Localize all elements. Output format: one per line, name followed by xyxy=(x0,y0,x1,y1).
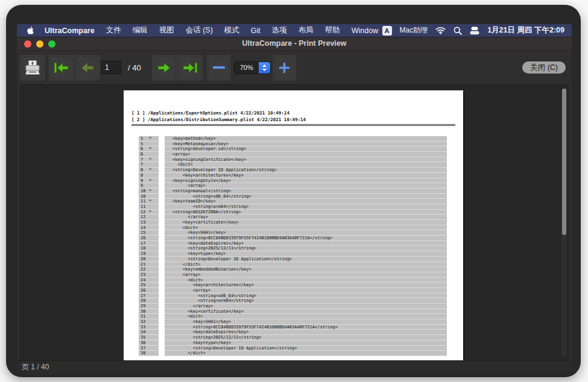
line-number: 22 xyxy=(139,267,159,272)
search-icon[interactable] xyxy=(454,27,462,35)
change-marker: * xyxy=(149,178,151,184)
print-button[interactable] xyxy=(20,55,45,80)
file-headers: [ 1 ] /Applications/ExportOptions.plist … xyxy=(131,110,306,123)
code-text: <string>Developer ID Application</string… xyxy=(165,257,447,262)
line-number: 12* xyxy=(139,210,159,215)
menu-item-7[interactable]: Git xyxy=(251,27,261,35)
diff-row: 5*<key>method</key> xyxy=(124,136,463,142)
file-header-line: [ 1 ] /Applications/ExportOptions.plist … xyxy=(131,110,306,116)
line-number: 10* xyxy=(139,189,159,194)
line-number: 17 xyxy=(139,241,159,246)
zoom-out-button[interactable] xyxy=(207,55,230,80)
menu-bar-clock[interactable]: 1月21日 周四 下午2:09 xyxy=(487,25,564,36)
line-number: 8 xyxy=(139,173,159,178)
diff-row: 6*<string>developer-id</string> xyxy=(124,146,463,152)
menu-item-4[interactable]: 视图 xyxy=(159,25,174,36)
diff-row: 8 <key>architectures</key> xyxy=(124,173,463,178)
code-text: <key>Metasequoia</key> xyxy=(165,142,447,147)
zoom-in-button[interactable] xyxy=(273,55,296,80)
diff-row: 7 <dict> xyxy=(124,162,463,168)
line-number: 34 xyxy=(139,330,159,335)
line-number: 24 xyxy=(139,278,159,283)
assistant-menu-item[interactable]: Mac助理 xyxy=(400,25,428,36)
change-marker: * xyxy=(149,136,151,142)
line-number: 13 xyxy=(139,220,159,225)
next-page-button[interactable] xyxy=(152,55,177,80)
input-method-icon[interactable]: A xyxy=(382,26,392,36)
line-number: 20 xyxy=(139,257,159,262)
diff-row: 12*<string>8EGZKTZR6K</string> xyxy=(124,210,463,215)
line-number: 6 xyxy=(139,152,159,157)
scrollbar-thumb[interactable] xyxy=(562,89,566,235)
stepper-icon xyxy=(259,62,270,74)
change-marker: * xyxy=(149,199,151,204)
code-text: </dict> xyxy=(165,262,447,268)
code-text: <string>manual</string> xyxy=(165,189,447,194)
preview-viewport[interactable]: [ 1 ] /Applications/ExportOptions.plist … xyxy=(20,84,569,360)
code-text: <key>SHA1</key> xyxy=(165,230,447,236)
diff-row: 29 </array> xyxy=(124,304,463,309)
toolbar: / 40 xyxy=(17,50,572,84)
menu-item-2[interactable]: 文件 xyxy=(106,25,121,36)
code-text: <key>type</key> xyxy=(165,251,447,257)
menu-item-6[interactable]: 模式 xyxy=(224,25,239,36)
line-number: 7 xyxy=(139,162,159,168)
previous-page-button[interactable] xyxy=(75,55,100,80)
diff-table: 5*<key>method</key>5<key>Metasequoia</ke… xyxy=(124,136,463,356)
apple-menu-icon[interactable] xyxy=(27,26,34,35)
code-text: <key>dateExpires</key> xyxy=(165,241,447,246)
diff-row: 27 <string>x86_64</string> xyxy=(124,293,463,299)
close-preview-button[interactable]: 关闭 (C) xyxy=(522,61,566,74)
diff-row: 11*<key>teamID</key> xyxy=(124,199,463,204)
last-page-icon xyxy=(182,61,198,75)
zoom-value: 70% xyxy=(235,62,259,74)
wifi-icon[interactable] xyxy=(435,27,446,34)
line-number: 5* xyxy=(139,136,159,142)
line-number: 11* xyxy=(139,199,159,204)
zoom-window-button[interactable] xyxy=(48,40,55,48)
diff-row: 7*<key>signingCertificate</key> xyxy=(124,157,463,163)
diff-row: 16 <string>8CC840D833979F55F7424B1D00BD4… xyxy=(124,236,463,241)
line-number: 12 xyxy=(139,214,159,220)
menu-extra-icon[interactable] xyxy=(470,27,479,35)
diff-row: 11 <string>arm64</string> xyxy=(124,204,463,210)
diff-row: 32 <key>SHA1</key> xyxy=(124,319,463,325)
last-page-button[interactable] xyxy=(178,55,203,80)
diff-row: 36 <key>type</key> xyxy=(124,340,463,346)
page-number-input[interactable] xyxy=(101,61,121,74)
screen: UltraCompare文件编辑视图会话 (S)模式Git选项布局帮助Windo… xyxy=(17,24,572,374)
code-text: <key>certificate</key> xyxy=(165,220,447,225)
vertical-scrollbar[interactable] xyxy=(561,87,567,359)
menu-item-9[interactable]: 布局 xyxy=(299,25,314,36)
line-number: 21 xyxy=(139,262,159,268)
code-text: <key>certificate</key> xyxy=(165,309,447,315)
close-window-button[interactable] xyxy=(24,40,31,48)
first-page-button[interactable] xyxy=(49,55,74,80)
diff-row: 15 <key>SHA1</key> xyxy=(124,230,463,236)
page-total-label: / 40 xyxy=(128,63,141,72)
diff-row: 37 <string>Developer ID Application</str… xyxy=(124,346,463,351)
diff-row: 34 <key>dateExpires</key> xyxy=(124,330,463,335)
menu-item-11[interactable]: Window xyxy=(352,27,378,35)
zoom-select[interactable]: 70% xyxy=(234,61,271,74)
code-text: <key>signingStyle</key> xyxy=(165,178,447,184)
diff-row: 19 <key>type</key> xyxy=(124,251,463,257)
code-text: <key>signingCertificate</key> xyxy=(165,157,447,163)
menu-item-5[interactable]: 会话 (S) xyxy=(186,25,213,36)
diff-row: 9 <array> xyxy=(124,183,463,189)
diff-row: 18 <string>2025/12/11</string> xyxy=(124,246,463,251)
code-text: <key>architectures</key> xyxy=(165,173,447,178)
menu-item-1[interactable]: UltraCompare xyxy=(45,27,95,35)
menu-item-3[interactable]: 编辑 xyxy=(133,25,148,36)
window-controls xyxy=(24,40,55,48)
minimize-window-button[interactable] xyxy=(36,40,43,48)
code-text: <string>2025/12/11</string> xyxy=(165,246,447,251)
status-bar: 页 1 / 40 xyxy=(17,360,572,374)
menu-item-8[interactable]: 选项 xyxy=(272,25,287,36)
diff-row: 30 <key>certificate</key> xyxy=(124,309,463,315)
change-marker: * xyxy=(149,210,151,215)
line-number: 19 xyxy=(139,251,159,257)
menu-item-10[interactable]: 帮助 xyxy=(325,25,340,36)
line-number: 6* xyxy=(139,146,159,152)
menu-items: UltraCompare文件编辑视图会话 (S)模式Git选项布局帮助Windo… xyxy=(45,25,378,36)
